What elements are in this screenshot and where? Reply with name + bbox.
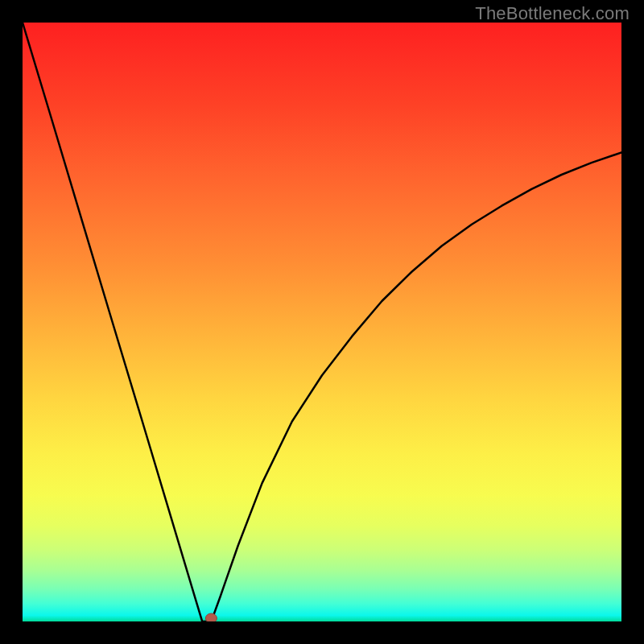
valley-marker	[205, 613, 217, 621]
bottleneck-curve-path	[23, 23, 621, 621]
watermark-text: TheBottleneck.com	[475, 3, 630, 24]
chart-frame: TheBottleneck.com	[0, 0, 644, 644]
bottleneck-curve-svg	[23, 23, 621, 621]
plot-area	[23, 23, 621, 621]
